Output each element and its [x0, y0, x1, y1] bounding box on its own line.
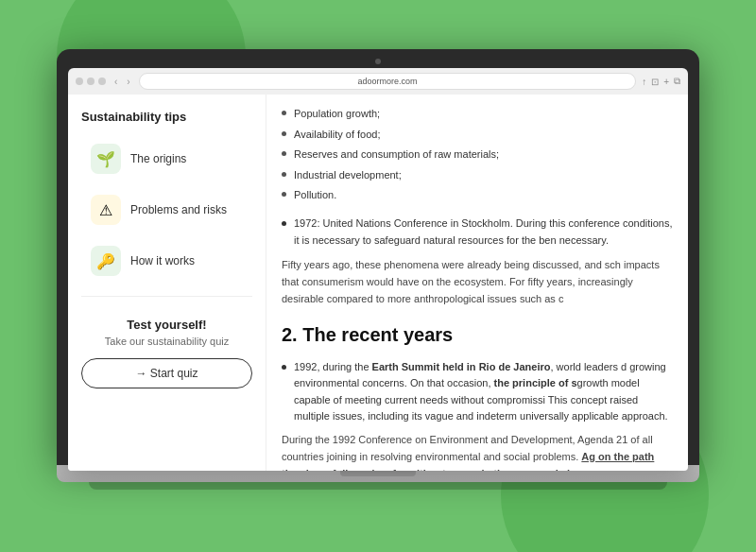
browser-action-icons: ↑ ⊡ + ⧉ [642, 76, 680, 87]
sidebar-item-how[interactable]: 🔑 How it works [81, 239, 252, 283]
paragraph-1992-conference: During the 1992 Conference on Environmen… [282, 431, 673, 471]
bullet-1992: 1992, during the Earth Summit held in Ri… [282, 359, 673, 425]
window-dot-3 [98, 78, 106, 85]
back-arrow-icon[interactable]: ‹ [112, 75, 120, 89]
bullet-dot-lg [282, 221, 286, 226]
problems-label: Problems and risks [130, 203, 227, 216]
laptop-shadow [89, 482, 667, 490]
laptop-notch [340, 471, 416, 476]
sidebar-title: Sustainability tips [81, 110, 252, 124]
event-1972-item: 1972: United Nations Conference in Stock… [282, 216, 673, 249]
bullet-text: Industrial development; [294, 167, 402, 184]
event-1972-text: 1972: United Nations Conference in Stock… [294, 216, 673, 249]
window-dot-1 [76, 78, 83, 85]
browser-toolbar: ‹ › adoormore.com ↑ ⊡ + ⧉ [68, 68, 688, 95]
window-dot-2 [87, 78, 94, 85]
origins-label: The origins [130, 152, 186, 165]
browser-content: Sustainability tips 🌱 The origins ⚠ Prob… [68, 95, 688, 471]
principle-bold: the principle of s [494, 377, 577, 388]
bullet-dot [282, 192, 286, 197]
browser-navigation[interactable]: ‹ › [112, 75, 133, 89]
bullet-list: Population growth; Availability of food;… [282, 106, 673, 204]
earth-summit-bold: Earth Summit held in Rio de Janeiro [372, 361, 551, 372]
bullet-dot [282, 111, 286, 115]
list-item: Population growth; [282, 106, 673, 123]
laptop-mockup: ‹ › adoormore.com ↑ ⊡ + ⧉ Sustainability… [57, 49, 699, 503]
sidebar: Sustainability tips 🌱 The origins ⚠ Prob… [68, 95, 266, 471]
problems-icon: ⚠ [91, 195, 121, 225]
list-item: Reserves and consumption of raw material… [282, 147, 673, 164]
divider [81, 296, 252, 297]
bullet-text: Pollution. [294, 187, 336, 204]
bullet-text: Reserves and consumption of raw material… [294, 147, 499, 164]
paragraph-fifty-years: Fifty years ago, these phenomena were al… [282, 256, 673, 307]
bullet-dot [282, 131, 286, 136]
add-tab-icon[interactable]: + [663, 77, 669, 87]
list-item: Industrial development; [282, 167, 673, 184]
screen-bezel: ‹ › adoormore.com ↑ ⊡ + ⧉ Sustainability… [57, 49, 699, 465]
bullet-1992-text: 1992, during the Earth Summit held in Ri… [294, 359, 673, 425]
sidebar-item-origins[interactable]: 🌱 The origins [81, 137, 252, 181]
url-text: adoormore.com [357, 77, 417, 86]
quiz-subtitle: Take our sustainability quiz [81, 336, 252, 347]
camera-dot [375, 59, 381, 64]
start-quiz-button[interactable]: → Start quiz [81, 358, 252, 388]
bullet-dot [282, 151, 286, 156]
how-label: How it works [130, 254, 195, 267]
share-icon[interactable]: ↑ [642, 77, 646, 87]
section-2-heading: 2. The recent years [282, 319, 673, 350]
how-icon: 🔑 [91, 246, 121, 276]
origins-icon: 🌱 [91, 144, 121, 174]
bookmark-icon[interactable]: ⊡ [651, 77, 659, 87]
bold-underline-text: Ag on the path they have followed so far… [282, 451, 654, 471]
quiz-title: Test yourself! [81, 318, 252, 332]
window-controls [76, 78, 106, 85]
quiz-section: Test yourself! Take our sustainability q… [81, 310, 252, 396]
bullet-dot [282, 172, 286, 177]
address-bar[interactable]: adoormore.com [139, 73, 636, 90]
forward-arrow-icon[interactable]: › [124, 75, 132, 89]
bullet-text: Population growth; [294, 106, 380, 123]
bullet-text: Availability of food; [294, 127, 381, 144]
main-content-area: Population growth; Availability of food;… [266, 95, 688, 471]
tabs-icon[interactable]: ⧉ [674, 76, 680, 87]
list-item: Pollution. [282, 187, 673, 204]
bullet-dot-1992 [282, 365, 286, 370]
list-item: Availability of food; [282, 127, 673, 144]
sidebar-item-problems[interactable]: ⚠ Problems and risks [81, 188, 252, 232]
